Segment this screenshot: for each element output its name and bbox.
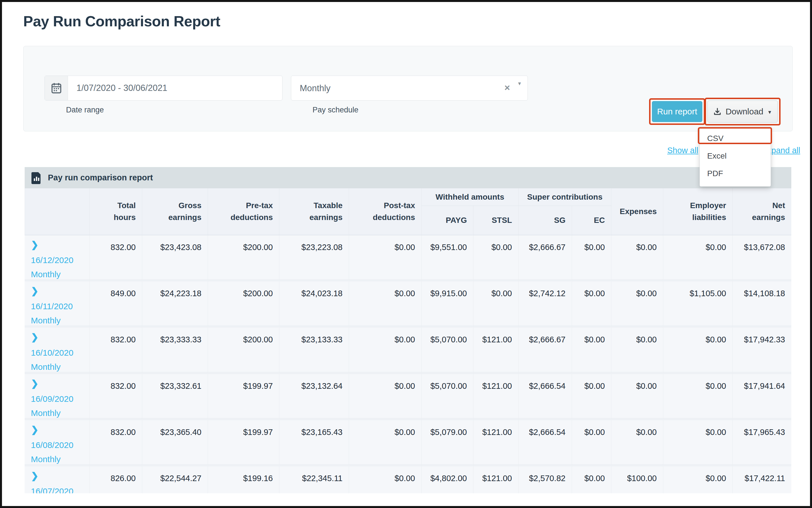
value-cell: $100.00 — [611, 466, 663, 493]
value-cell: $23,165.43 — [279, 420, 349, 466]
pay-run-schedule-link[interactable]: Monthly — [31, 455, 89, 464]
value-cell: $14,108.18 — [732, 282, 791, 328]
value-cell: $17,965.43 — [732, 420, 791, 466]
value-cell: $23,333.33 — [142, 328, 208, 374]
value-cell: $0.00 — [663, 420, 732, 466]
pay-schedule-label: Pay schedule — [313, 105, 358, 114]
value-cell: $0.00 — [349, 420, 421, 466]
report-caption-bar: Pay run comparison report — [25, 167, 791, 188]
value-cell: $0.00 — [663, 374, 732, 420]
pay-run-cell: ❯16/08/2020Monthly — [25, 420, 89, 466]
date-range-field[interactable] — [44, 76, 282, 100]
chevron-down-icon[interactable]: ▼ — [517, 81, 522, 87]
expand-chevron-icon[interactable]: ❯ — [31, 286, 89, 296]
pay-run-date-link[interactable]: 16/10/2020 — [31, 348, 89, 357]
value-cell: $23,365.40 — [142, 420, 208, 466]
pay-run-cell: ❯16/07/2020Monthly — [25, 466, 89, 493]
pay-run-schedule-link[interactable]: Monthly — [31, 408, 89, 418]
value-cell: $2,742.12 — [518, 282, 572, 328]
pay-run-cell: ❯16/11/2020Monthly — [25, 282, 89, 328]
value-cell: $0.00 — [572, 374, 611, 420]
pay-schedule-value: Monthly — [300, 83, 331, 93]
value-cell: $0.00 — [473, 235, 518, 282]
pay-run-schedule-link[interactable]: Monthly — [31, 316, 89, 325]
value-cell: $23,132.64 — [279, 374, 349, 420]
column-header-net-earnings: Net earnings — [732, 188, 791, 235]
value-cell: 849.00 — [89, 282, 142, 328]
value-cell: $2,666.54 — [518, 374, 572, 420]
pay-run-date-link[interactable]: 16/12/2020 — [31, 255, 89, 265]
show-all-link[interactable]: Show all — [667, 146, 698, 155]
report-chart-icon — [31, 172, 42, 184]
value-cell: 826.00 — [89, 466, 142, 493]
value-cell: $0.00 — [611, 420, 663, 466]
column-header-pretax-deductions: Pre-tax deductions — [208, 188, 279, 235]
table-body: ❯16/12/2020Monthly832.00$23,423.08$200.0… — [25, 235, 791, 493]
table-row: ❯16/12/2020Monthly832.00$23,423.08$200.0… — [25, 235, 791, 282]
expand-chevron-icon[interactable]: ❯ — [31, 240, 89, 250]
value-cell: $0.00 — [473, 282, 518, 328]
column-header-ec: EC — [572, 206, 611, 235]
value-cell: $5,070.00 — [421, 328, 473, 374]
menu-item-pdf[interactable]: PDF — [700, 165, 771, 182]
clear-icon[interactable]: × — [504, 83, 510, 92]
date-range-label: Date range — [66, 105, 104, 114]
download-button-label: Download — [726, 107, 763, 116]
value-cell: $0.00 — [572, 235, 611, 282]
value-cell: $0.00 — [572, 466, 611, 493]
value-cell: $17,941.64 — [732, 374, 791, 420]
value-cell: $0.00 — [349, 282, 421, 328]
value-cell: $0.00 — [349, 328, 421, 374]
value-cell: $23,332.61 — [142, 374, 208, 420]
chevron-down-icon: ▼ — [767, 110, 772, 115]
date-range-input[interactable] — [68, 76, 282, 100]
value-cell: $200.00 — [208, 282, 279, 328]
expand-chevron-icon[interactable]: ❯ — [31, 425, 89, 435]
pay-run-cell: ❯16/10/2020Monthly — [25, 328, 89, 374]
column-group-super-contributions: Super contributions — [518, 188, 611, 206]
pay-run-schedule-link[interactable]: Monthly — [31, 269, 89, 279]
value-cell: $121.00 — [473, 374, 518, 420]
value-cell: $0.00 — [663, 235, 732, 282]
column-header-taxable-earnings: Taxable earnings — [279, 188, 349, 235]
page-title: Pay Run Comparison Report — [23, 13, 220, 30]
expand-chevron-icon[interactable]: ❯ — [31, 471, 89, 481]
value-cell: $24,223.18 — [142, 282, 208, 328]
value-cell: $0.00 — [572, 420, 611, 466]
value-cell: 832.00 — [89, 420, 142, 466]
value-cell: $17,422.11 — [732, 466, 791, 493]
pay-schedule-select[interactable]: Monthly × ▼ — [291, 76, 528, 100]
column-header-payg: PAYG — [421, 206, 473, 235]
value-cell: $5,070.00 — [421, 374, 473, 420]
pay-run-cell: ❯16/12/2020Monthly — [25, 235, 89, 282]
value-cell: $121.00 — [473, 420, 518, 466]
table-row: ❯16/09/2020Monthly832.00$23,332.61$199.9… — [25, 374, 791, 420]
pay-run-date-link[interactable]: 16/07/2020 — [31, 486, 89, 493]
value-cell: $24,023.18 — [279, 282, 349, 328]
value-cell: $1,105.00 — [663, 282, 732, 328]
pay-run-date-link[interactable]: 16/11/2020 — [31, 302, 89, 311]
table-row: ❯16/08/2020Monthly832.00$23,365.40$199.9… — [25, 420, 791, 466]
table-header: Total hours Gross earnings Pre-tax deduc… — [25, 188, 791, 235]
column-group-withheld-amounts: Withheld amounts — [421, 188, 518, 206]
column-header-employer-liabilities: Employer liabilities — [663, 188, 732, 235]
report-caption: Pay run comparison report — [48, 173, 153, 182]
column-header-total-hours: Total hours — [89, 188, 142, 235]
column-header-stsl: STSL — [473, 206, 518, 235]
value-cell: $9,915.00 — [421, 282, 473, 328]
download-button[interactable]: Download ▼ — [707, 100, 778, 123]
pay-run-date-link[interactable]: 16/09/2020 — [31, 394, 89, 404]
pay-run-cell: ❯16/09/2020Monthly — [25, 374, 89, 420]
expand-chevron-icon[interactable]: ❯ — [31, 379, 89, 388]
menu-item-csv[interactable]: CSV — [700, 130, 771, 147]
value-cell: $23,133.33 — [279, 328, 349, 374]
app-window: Pay Run Comparison Report Date range Pay… — [0, 0, 812, 508]
pay-run-date-link[interactable]: 16/08/2020 — [31, 440, 89, 450]
download-icon — [713, 107, 722, 116]
value-cell: $22,345.11 — [279, 466, 349, 493]
value-cell: $5,079.00 — [421, 420, 473, 466]
run-report-button[interactable]: Run report — [652, 101, 702, 122]
expand-chevron-icon[interactable]: ❯ — [31, 332, 89, 342]
menu-item-excel[interactable]: Excel — [700, 147, 771, 165]
pay-run-schedule-link[interactable]: Monthly — [31, 362, 89, 372]
